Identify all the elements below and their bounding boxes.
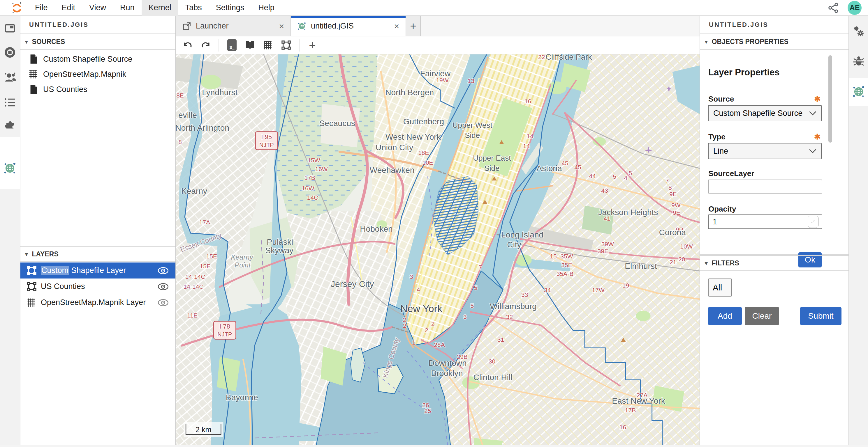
- map-place-label: Point: [235, 261, 251, 269]
- source-item-us-counties[interactable]: US Counties: [21, 82, 176, 97]
- layers-section-header[interactable]: ▾ LAYERS: [21, 246, 176, 262]
- close-tab-icon[interactable]: ×: [394, 21, 399, 31]
- collapse-caret-icon: ▾: [25, 38, 28, 45]
- add-layer-button[interactable]: +: [305, 38, 320, 53]
- share-icon[interactable]: [828, 2, 839, 13]
- map-place-label: Upper West: [453, 121, 493, 130]
- map-route-label: 8E: [176, 92, 184, 99]
- collapse-caret-icon: ▾: [25, 251, 28, 257]
- map-route-label: 15W: [307, 157, 320, 164]
- vector-square-icon: [27, 266, 37, 276]
- extension-manager-icon[interactable]: [4, 118, 16, 131]
- map-place-label: City: [507, 240, 521, 249]
- map-place-label: Cliffside Park: [546, 55, 592, 61]
- basemap-book-button[interactable]: [242, 38, 257, 53]
- add-filter-button[interactable]: Add: [708, 307, 742, 325]
- filters-label: FILTERS: [712, 259, 739, 267]
- panel-scrollbar-thumb[interactable]: [828, 55, 832, 143]
- visibility-eye-icon[interactable]: [157, 282, 169, 291]
- map-route-label: 14: [523, 143, 530, 149]
- map-place-label: Guttenberg: [403, 117, 444, 126]
- map-place-label: North Bergen: [385, 88, 434, 97]
- source-item-custom-shapefile[interactable]: Custom Shapefile Source: [21, 51, 176, 67]
- collaborators-icon[interactable]: [3, 72, 16, 83]
- new-vector-layer-button[interactable]: [279, 38, 294, 53]
- property-inspector-icon[interactable]: [852, 25, 865, 38]
- map-route-label: 14: [527, 133, 533, 139]
- menu-tabs[interactable]: Tabs: [178, 0, 209, 16]
- map-svg: I 95NJTPI 78NJTP 19W221618E10E13141416W1…: [176, 55, 700, 445]
- map-route-label: 11E: [187, 312, 197, 319]
- clear-filters-button[interactable]: Clear: [745, 307, 779, 325]
- file-browser-icon[interactable]: [4, 23, 16, 34]
- menu-edit[interactable]: Edit: [55, 0, 83, 16]
- sourcelayer-field-label: SourceLayer: [708, 169, 754, 178]
- layer-row-custom-shapefile[interactable]: Custom Shapefile Layer: [21, 263, 176, 278]
- map-route-label: 35E: [561, 262, 572, 268]
- raster-grid-icon: [29, 69, 38, 79]
- map-route-label: 17B: [304, 174, 315, 181]
- close-tab-icon[interactable]: ×: [279, 21, 284, 31]
- raster-grid-icon: [27, 298, 37, 308]
- menu-settings[interactable]: Settings: [209, 0, 251, 16]
- debugger-icon[interactable]: [853, 55, 865, 67]
- filters-header[interactable]: ▾ FILTERS: [700, 255, 848, 271]
- map-place-label: West New York: [385, 132, 441, 141]
- menu-file[interactable]: File: [28, 0, 55, 16]
- avatar[interactable]: AE: [847, 1, 862, 15]
- type-select[interactable]: Line: [708, 143, 822, 159]
- opacity-value: 1: [713, 217, 717, 227]
- map-route-label: 14C: [307, 194, 318, 201]
- map-place-label: Brooklyn: [431, 369, 463, 378]
- console-button[interactable]: $_: [224, 38, 240, 53]
- layer-row-openstreetmap[interactable]: OpenStreetMap.Mapnik Layer: [21, 295, 176, 311]
- jupyterlab-window: File Edit View Run Kernel Tabs Settings …: [0, 0, 868, 447]
- submit-filters-button[interactable]: Submit: [800, 307, 841, 325]
- main-dock-panel: Launcher × untitled.jGIS × + $_ +: [176, 16, 700, 447]
- map-place-label: Bayonne: [226, 393, 258, 402]
- visibility-eye-icon[interactable]: [157, 298, 169, 307]
- toolbar-separator: [219, 39, 219, 51]
- type-field-label: Type: [708, 132, 725, 141]
- layer-row-us-counties[interactable]: US Counties: [21, 278, 176, 295]
- map-route-label: 9E: [673, 209, 680, 216]
- menu-run[interactable]: Run: [113, 0, 142, 16]
- map-place-label: Jersey City: [331, 279, 374, 289]
- left-sidebar-panel: UNTITLED.JGIS ▾ SOURCES Custom Shapefile…: [21, 16, 176, 445]
- map-route-label: 13: [468, 77, 474, 84]
- map-route-label: 15: [550, 253, 557, 260]
- new-raster-layer-button[interactable]: [260, 38, 276, 53]
- running-kernels-icon[interactable]: [4, 46, 16, 59]
- jupytergis-panel-icon[interactable]: [852, 85, 865, 98]
- table-of-contents-icon[interactable]: [4, 97, 16, 108]
- tab-launcher[interactable]: Launcher ×: [176, 16, 291, 36]
- map-route-label: 16W: [315, 166, 328, 172]
- right-sidebar-panel: UNTITLED.JGIS ▾ OBJECTS PROPERTIES Layer…: [700, 16, 848, 445]
- map-route-label: 18E: [418, 149, 429, 156]
- stepper-arrows-icon[interactable]: [808, 216, 819, 228]
- chevron-down-icon: [809, 149, 816, 153]
- objects-properties-header[interactable]: ▾ OBJECTS PROPERTIES: [700, 34, 848, 50]
- undo-button[interactable]: [180, 38, 195, 53]
- source-select[interactable]: Custom Shapefile Source: [708, 105, 822, 122]
- source-item-openstreetmap[interactable]: OpenStreetMap.Mapnik: [21, 67, 176, 82]
- map-route-label: 45: [574, 164, 581, 171]
- redo-button[interactable]: [198, 38, 213, 53]
- new-tab-button[interactable]: +: [406, 16, 421, 36]
- menu-help[interactable]: Help: [251, 0, 281, 16]
- filter-logic-select[interactable]: All: [708, 278, 732, 297]
- map-canvas[interactable]: I 95NJTPI 78NJTP 19W221618E10E13141416W1…: [176, 55, 700, 445]
- sources-section-header[interactable]: ▾ SOURCES: [21, 34, 176, 50]
- menu-view[interactable]: View: [82, 0, 113, 16]
- visibility-eye-icon[interactable]: [157, 266, 169, 275]
- opacity-stepper[interactable]: 1: [708, 214, 822, 229]
- map-route-label: 45: [561, 160, 568, 167]
- right-activity-bar: [848, 16, 868, 447]
- menu-kernel[interactable]: Kernel: [142, 0, 178, 16]
- jupytergis-panel-icon[interactable]: [3, 162, 16, 175]
- sourcelayer-input[interactable]: [708, 179, 822, 194]
- map-route-label: 2: [425, 327, 428, 334]
- tab-untitled-jgis[interactable]: untitled.jGIS ×: [291, 16, 406, 36]
- map-route-label: 35W: [560, 253, 573, 260]
- map-place-label: Weehawken: [370, 166, 414, 175]
